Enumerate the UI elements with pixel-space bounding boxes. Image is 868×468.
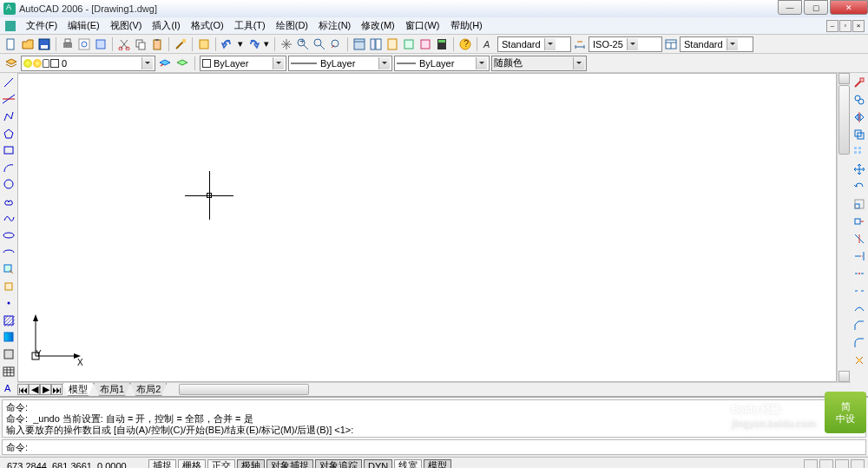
gradient-icon[interactable] (1, 330, 16, 346)
fillet-icon[interactable] (852, 335, 867, 351)
chamfer-icon[interactable] (852, 318, 867, 333)
quickcalc-icon[interactable] (434, 36, 450, 52)
tab-layout1[interactable]: 布局1 (94, 383, 130, 396)
array-icon[interactable] (852, 144, 867, 160)
redo-icon[interactable] (246, 36, 261, 52)
layer-states-icon[interactable] (174, 56, 190, 71)
rotate-icon[interactable] (852, 179, 867, 194)
menu-tools[interactable]: 工具(T) (229, 17, 271, 34)
design-center-icon[interactable] (368, 36, 384, 52)
horizontal-scrollbar[interactable] (167, 384, 851, 396)
circle-icon[interactable] (1, 176, 16, 192)
dim-style-combo[interactable]: ISO-25 (589, 36, 662, 52)
menu-help[interactable]: 帮助(H) (445, 17, 488, 34)
tab-nav-prev[interactable]: ◀ (29, 384, 40, 395)
scroll-down-button[interactable] (838, 371, 850, 382)
extend-icon[interactable] (852, 248, 867, 264)
tray-lock-icon[interactable] (819, 459, 833, 469)
tab-layout2[interactable]: 布局2 (130, 383, 167, 396)
match-prop-icon[interactable] (173, 36, 188, 52)
layer-manager-icon[interactable] (3, 56, 19, 71)
mdi-minimize[interactable]: – (826, 20, 838, 32)
move-icon[interactable] (852, 161, 867, 177)
vertical-scrollbar[interactable] (837, 73, 851, 382)
tab-nav-first[interactable]: ⏮ (17, 384, 29, 395)
text-style-icon[interactable]: A (481, 36, 496, 52)
copy-icon[interactable] (133, 36, 148, 52)
help-icon[interactable]: ? (457, 36, 473, 52)
new-icon[interactable] (3, 36, 19, 52)
plot-preview-icon[interactable] (76, 36, 92, 52)
xline-icon[interactable] (1, 92, 16, 108)
scale-icon[interactable] (852, 196, 867, 212)
menu-view[interactable]: 视图(V) (105, 17, 148, 34)
insert-block-icon[interactable] (1, 261, 16, 277)
scroll-thumb-v[interactable] (838, 85, 850, 155)
copy-obj-icon[interactable] (852, 92, 867, 108)
menu-format[interactable]: 格式(O) (186, 17, 229, 34)
status-model[interactable]: 模型 (424, 459, 451, 469)
break-icon[interactable] (852, 283, 867, 299)
polygon-icon[interactable] (1, 126, 16, 142)
menu-window[interactable]: 窗口(W) (400, 17, 445, 34)
status-otrack[interactable]: 对象追踪 (315, 459, 362, 469)
paste-icon[interactable] (149, 36, 165, 52)
scroll-thumb-h[interactable] (179, 384, 309, 395)
plotstyle-combo[interactable]: 随颜色 (491, 56, 587, 71)
mdi-close[interactable]: × (852, 20, 865, 32)
tool-palettes-icon[interactable] (385, 36, 400, 52)
menu-draw[interactable]: 绘图(D) (271, 17, 313, 34)
command-input[interactable] (28, 442, 862, 452)
tab-nav-last[interactable]: ⏭ (51, 384, 62, 395)
undo-icon[interactable] (220, 36, 235, 52)
status-osnap[interactable]: 对象捕捉 (266, 459, 313, 469)
save-icon[interactable] (36, 36, 52, 52)
drawing-canvas[interactable]: Y X (17, 73, 837, 382)
status-snap[interactable]: 捕捉 (148, 459, 176, 469)
dim-style-icon[interactable] (572, 36, 588, 52)
revcloud-icon[interactable] (1, 194, 16, 209)
break-point-icon[interactable] (852, 266, 867, 281)
make-block-icon[interactable] (1, 279, 16, 294)
point-icon[interactable] (1, 296, 16, 312)
mirror-icon[interactable] (852, 109, 867, 125)
color-combo[interactable]: ByLayer (200, 56, 286, 71)
zoom-window-icon[interactable] (312, 36, 327, 52)
status-dyn[interactable]: DYN (364, 459, 392, 469)
line-icon[interactable] (1, 75, 16, 90)
sheet-set-icon[interactable] (401, 36, 417, 52)
print-icon[interactable] (60, 36, 76, 52)
status-polar[interactable]: 极轴 (237, 459, 265, 469)
hatch-icon[interactable] (1, 313, 16, 328)
zoom-realtime-icon[interactable]: + (295, 36, 311, 52)
block-editor-icon[interactable] (196, 36, 212, 52)
table-style-combo[interactable]: Standard (680, 36, 753, 52)
rectangle-icon[interactable] (1, 142, 16, 158)
arc-icon[interactable] (1, 160, 16, 175)
coords-display[interactable]: 673.2844, 681.3661, 0.0000 (0, 461, 148, 469)
markup-icon[interactable] (418, 36, 433, 52)
mtext-icon[interactable]: A (1, 380, 16, 396)
maximize-button[interactable]: ▢ (804, 0, 828, 15)
region-icon[interactable] (1, 346, 16, 362)
layer-previous-icon[interactable] (157, 56, 173, 71)
close-button[interactable]: ✕ (830, 0, 868, 15)
menu-dim[interactable]: 标注(N) (313, 17, 356, 34)
ellipse-icon[interactable] (1, 227, 16, 243)
status-ortho[interactable]: 正交 (207, 459, 235, 469)
text-style-combo[interactable]: Standard (497, 36, 571, 52)
properties-icon[interactable] (352, 36, 367, 52)
table-style-icon[interactable] (663, 36, 679, 52)
tray-comm-icon[interactable] (804, 459, 818, 469)
stretch-icon[interactable] (852, 214, 867, 229)
menu-edit[interactable]: 编辑(E) (62, 17, 105, 34)
command-history[interactable]: 命令: 命令: _undo 当前设置: 自动 = 开，控制 = 全部，合并 = … (2, 399, 866, 438)
spline-icon[interactable] (1, 211, 16, 227)
tray-menu-icon[interactable] (851, 459, 865, 469)
table-icon[interactable] (1, 364, 16, 379)
redo-dropdown[interactable]: ▾ (262, 36, 271, 52)
undo-dropdown[interactable]: ▾ (236, 36, 245, 52)
tab-nav-next[interactable]: ▶ (40, 384, 51, 395)
ellipse-arc-icon[interactable] (1, 245, 16, 260)
menu-modify[interactable]: 修改(M) (356, 17, 400, 34)
